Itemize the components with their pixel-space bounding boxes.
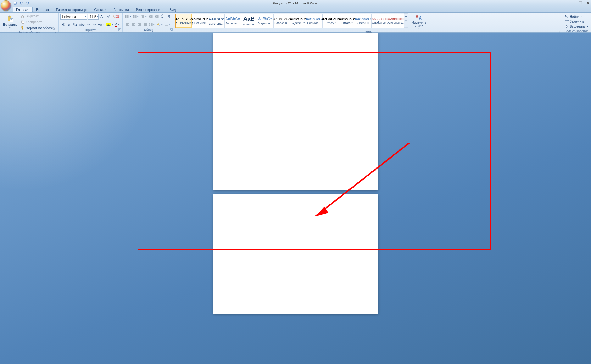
align-center-button[interactable] [131, 22, 136, 27]
align-justify-button[interactable] [142, 22, 148, 27]
document-area[interactable] [0, 33, 591, 364]
maximize-button[interactable]: ❐ [579, 1, 582, 5]
style-tile-6[interactable]: AaBbCcDcСлабое в... [273, 14, 290, 28]
tab-insert[interactable]: Вставка [33, 7, 53, 12]
underline-button[interactable]: Ч [72, 22, 78, 27]
show-marks-button[interactable]: ¶ [166, 14, 172, 20]
gallery-down[interactable]: ▾ [404, 18, 408, 23]
svg-point-15 [126, 15, 126, 16]
style-tile-9[interactable]: AaBbCcDcСтрогий [322, 14, 339, 28]
text-cursor [237, 267, 237, 272]
subscript-button[interactable]: x2 [86, 22, 91, 27]
copy-button[interactable]: Копировать [20, 19, 56, 25]
tab-references[interactable]: Ссылки [91, 7, 110, 12]
cut-button[interactable]: Вырезать [20, 13, 56, 19]
paste-label: Вставить [3, 23, 17, 26]
svg-text:A: A [419, 15, 422, 20]
style-tile-5[interactable]: AaBbCc.Подзаголо... [257, 14, 274, 28]
style-tile-13[interactable]: AABBCCDCСильная с... [388, 14, 404, 28]
group-font-label: Шрифт [85, 28, 96, 32]
gallery-up[interactable]: ▴ [404, 14, 408, 18]
page-2[interactable] [213, 194, 378, 314]
superscript-button[interactable]: x2 [92, 22, 97, 27]
qat-redo[interactable] [25, 1, 30, 6]
tab-review[interactable]: Рецензирование [132, 7, 166, 12]
style-tile-7[interactable]: AaBbCcDcВыделение [290, 14, 306, 28]
svg-text:ac: ac [567, 20, 568, 22]
qat-customize[interactable]: ▾ [31, 1, 36, 6]
svg-rect-2 [14, 3, 16, 4]
tab-mailings[interactable]: Рассылки [110, 7, 132, 12]
style-sample: AaBbCc. [258, 17, 273, 21]
font-size-combo[interactable]: 11,5▾ [88, 14, 99, 20]
multilevel-button[interactable] [140, 14, 148, 20]
style-tile-12[interactable]: AABBCCDCСлабая сс... [371, 14, 388, 28]
select-button[interactable]: Выделить▾ [564, 24, 589, 29]
style-sample: AaBbCcDc [192, 17, 209, 21]
align-left-button[interactable] [125, 22, 130, 27]
style-tile-2[interactable]: AaBbCcЗаголово... [208, 14, 225, 28]
style-gallery-scroll[interactable]: ▴ ▾ ▾ [404, 13, 408, 28]
svg-rect-13 [22, 27, 23, 28]
tab-view[interactable]: Вид [166, 7, 179, 12]
style-label: Заголово... [209, 22, 224, 25]
svg-rect-51 [165, 23, 168, 26]
style-tile-8[interactable]: AaBbCcDcСильное ... [306, 14, 323, 28]
style-tile-0[interactable]: AaBbCcDc¶ Обычный [175, 14, 192, 28]
strike-button[interactable]: abc [79, 22, 85, 27]
change-styles-button[interactable]: AA Изменить стили ▾ [410, 13, 428, 30]
style-tile-11[interactable]: AaBbCcDcВыделенн... [355, 14, 372, 28]
svg-point-17 [126, 16, 126, 17]
bold-button[interactable]: Ж [60, 22, 66, 27]
paste-button[interactable]: Вставить ▾ [1, 13, 19, 31]
format-painter-button[interactable]: Формат по образцу [20, 25, 56, 31]
style-label: Сильная с... [388, 21, 404, 24]
svg-text:A: A [415, 14, 419, 19]
page-1[interactable] [213, 33, 378, 190]
svg-rect-14 [22, 28, 23, 29]
change-case-button[interactable]: Aa [98, 22, 105, 27]
indent-decrease-button[interactable] [148, 14, 154, 20]
close-button[interactable]: ✕ [587, 1, 590, 5]
tab-layout[interactable]: Разметка страницы [53, 7, 91, 12]
paragraph-launcher[interactable]: ↘ [170, 28, 173, 31]
group-paragraph: 123 AZ↓ ¶ Абзац↘ [123, 13, 174, 32]
numbering-button[interactable]: 123 [132, 14, 140, 20]
window-title: Документ21 - Microsoft Word [273, 1, 318, 5]
line-spacing-button[interactable] [148, 22, 156, 27]
grow-font-button[interactable]: A▴ [99, 14, 105, 20]
style-tile-10[interactable]: AaBbCcDcЦитата 2 [339, 14, 355, 28]
replace-button[interactable]: abac Заменить [564, 19, 589, 24]
svg-text:3: 3 [133, 17, 134, 19]
find-button[interactable]: Найти▾ [564, 14, 589, 19]
indent-increase-button[interactable] [154, 14, 160, 20]
qat-save[interactable] [13, 1, 18, 6]
borders-button[interactable] [164, 22, 172, 27]
ribbon-tabs: Главная Вставка Разметка страницы Ссылки… [0, 6, 591, 13]
style-tile-1[interactable]: AaBbCcDc¶ Без инте... [192, 14, 208, 28]
sort-button[interactable]: AZ↓ [160, 14, 166, 20]
svg-point-55 [565, 15, 567, 17]
qat-undo[interactable] [19, 1, 24, 6]
minimize-button[interactable]: — [571, 1, 574, 5]
font-color-button[interactable]: A [114, 22, 120, 27]
align-right-button[interactable] [137, 22, 142, 27]
gallery-more[interactable]: ▾ [404, 23, 408, 27]
style-tile-3[interactable]: AaBbCcЗаголово... [224, 14, 241, 28]
font-name-combo[interactable]: Helvetica▾ [60, 14, 87, 20]
tab-home[interactable]: Главная [13, 7, 33, 12]
italic-button[interactable]: К [66, 22, 72, 27]
shrink-font-button[interactable]: A▾ [106, 14, 111, 20]
highlight-button[interactable]: ab [105, 22, 114, 27]
font-launcher[interactable]: ↘ [118, 28, 121, 31]
group-font: Helvetica▾ 11,5▾ A▴ A▾ A⌫ Ж К Ч abc x2 x… [59, 13, 123, 32]
style-sample: AABBCCDC [372, 17, 388, 20]
bullets-button[interactable] [125, 14, 132, 20]
svg-line-56 [567, 17, 568, 18]
shading-button[interactable] [156, 22, 164, 27]
style-gallery[interactable]: AaBbCcDc¶ ОбычныйAaBbCcDc¶ Без инте...Aa… [175, 13, 404, 28]
style-tile-4[interactable]: AaBНазвание [241, 14, 257, 28]
style-label: Сильное ... [307, 21, 321, 25]
office-button[interactable] [1, 0, 11, 11]
clear-formatting-button[interactable]: A⌫ [112, 14, 120, 20]
